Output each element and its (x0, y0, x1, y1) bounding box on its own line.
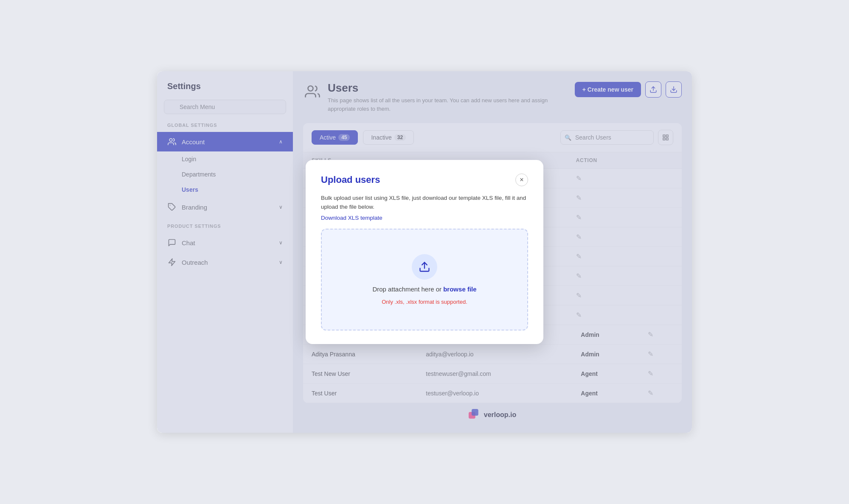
download-xls-template-link[interactable]: Download XLS template (321, 215, 382, 221)
modal-title: Upload users (321, 174, 380, 185)
upload-modal: Upload users × Bulk upload user list usi… (306, 160, 543, 344)
app-container: Settings 🔍 GLOBAL SETTINGS Account ∧ (157, 71, 692, 433)
modal-overlay: Upload users × Bulk upload user list usi… (157, 71, 692, 433)
upload-cloud-icon (412, 254, 437, 280)
modal-close-button[interactable]: × (515, 174, 528, 186)
modal-description: Bulk upload user list using XLS file, ju… (321, 194, 528, 211)
file-drop-zone[interactable]: Drop attachment here or browse file Only… (321, 229, 528, 330)
browse-file-link[interactable]: browse file (443, 286, 476, 293)
modal-header: Upload users × (321, 174, 528, 186)
drop-zone-text: Drop attachment here or browse file (372, 286, 476, 293)
format-note: Only .xls, .xlsx format is supported. (382, 299, 467, 305)
